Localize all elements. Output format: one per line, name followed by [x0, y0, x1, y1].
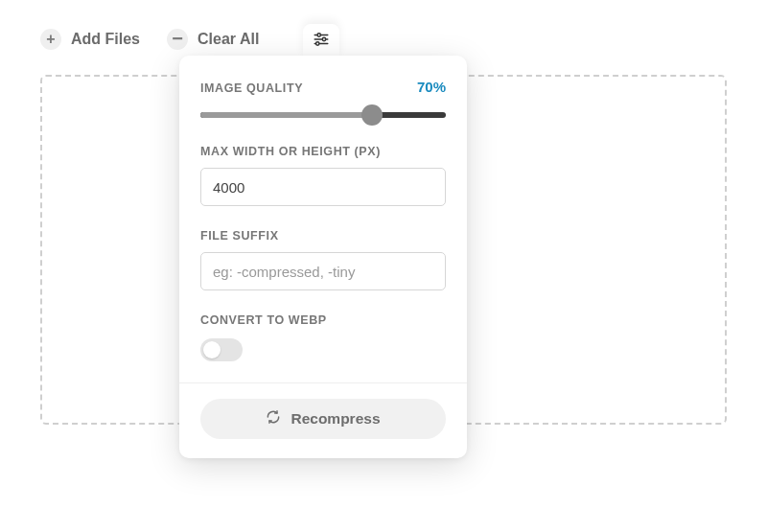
max-dim-label: MAX WIDTH OR HEIGHT (PX): [200, 145, 446, 158]
file-suffix-label: FILE SUFFIX: [200, 229, 446, 243]
quality-slider[interactable]: [200, 108, 446, 122]
convert-webp-label: CONVERT TO WEBP: [200, 313, 446, 327]
panel-divider: [179, 382, 467, 383]
svg-point-5: [316, 42, 319, 45]
refresh-icon: [266, 409, 281, 428]
settings-button[interactable]: [303, 24, 339, 58]
recompress-label: Recompress: [291, 410, 380, 428]
quality-label: IMAGE QUALITY: [200, 81, 303, 95]
minus-icon: −: [167, 29, 188, 50]
svg-point-3: [322, 37, 325, 40]
plus-icon: +: [40, 29, 61, 50]
slider-thumb[interactable]: [361, 104, 383, 126]
toolbar: + Add Files − Clear All: [40, 29, 259, 50]
settings-panel: IMAGE QUALITY 70% MAX WIDTH OR HEIGHT (P…: [179, 56, 467, 458]
clear-all-button[interactable]: − Clear All: [167, 29, 259, 50]
convert-webp-toggle[interactable]: [200, 338, 243, 361]
slider-fill: [200, 112, 372, 118]
add-files-label: Add Files: [71, 31, 140, 48]
file-suffix-input[interactable]: [200, 252, 446, 290]
quality-value: 70%: [417, 79, 446, 95]
max-dim-input[interactable]: [200, 168, 446, 206]
sliders-icon: [313, 31, 330, 52]
svg-point-1: [317, 34, 320, 36]
clear-all-label: Clear All: [198, 31, 259, 48]
add-files-button[interactable]: + Add Files: [40, 29, 140, 50]
toggle-knob: [203, 341, 221, 359]
recompress-button[interactable]: Recompress: [200, 399, 446, 439]
